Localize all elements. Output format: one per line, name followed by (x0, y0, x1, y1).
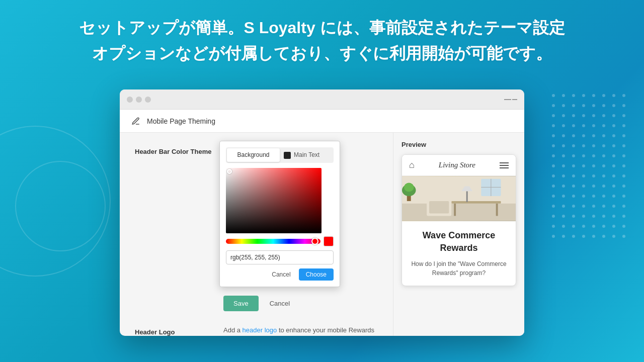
svg-rect-8 (451, 201, 501, 204)
svg-point-104 (562, 205, 565, 208)
svg-point-88 (562, 185, 565, 188)
save-button[interactable]: Save (223, 296, 259, 311)
svg-point-74 (582, 164, 585, 167)
svg-rect-13 (466, 191, 468, 202)
app-window: Mobile Page Theming Header Bar Color The… (120, 89, 524, 336)
svg-point-54 (622, 134, 625, 137)
svg-point-47 (552, 134, 555, 137)
svg-point-67 (592, 154, 595, 157)
tab-background[interactable]: Background (227, 148, 280, 162)
svg-point-39 (552, 124, 555, 127)
svg-point-63 (552, 154, 555, 157)
svg-point-23 (552, 104, 555, 107)
picker-choose-button[interactable]: Choose (299, 268, 334, 281)
svg-point-19 (592, 94, 595, 97)
header-bar-row: Header Bar Color Theme Background Main T… (135, 145, 378, 311)
menu-line-1 (500, 162, 509, 163)
rgb-input[interactable] (226, 250, 334, 264)
svg-point-20 (602, 94, 605, 97)
svg-point-36 (602, 114, 605, 117)
svg-point-87 (552, 185, 555, 188)
svg-point-34 (582, 114, 585, 117)
svg-point-75 (592, 164, 595, 167)
svg-point-18 (582, 94, 585, 97)
svg-point-132 (602, 235, 605, 238)
picker-actions: Cancel Choose (226, 268, 334, 281)
svg-point-58 (582, 144, 585, 147)
svg-point-52 (602, 134, 605, 137)
svg-point-62 (622, 144, 625, 147)
hue-slider[interactable] (226, 239, 320, 244)
svg-point-115 (592, 215, 595, 218)
svg-point-83 (592, 174, 595, 177)
svg-point-94 (622, 185, 625, 188)
header-logo-content: Add a header logo to enhance your mobile… (223, 325, 378, 336)
traffic-lights (127, 97, 151, 103)
tb-line2 (512, 99, 517, 100)
gradient-canvas[interactable] (226, 168, 321, 233)
svg-point-121 (572, 225, 575, 228)
svg-point-116 (602, 215, 605, 218)
svg-point-105 (572, 205, 575, 208)
tb-line1 (504, 99, 511, 100)
svg-point-79 (552, 174, 555, 177)
menu-line-2 (500, 165, 509, 166)
svg-point-120 (562, 225, 565, 228)
svg-point-35 (592, 114, 595, 117)
svg-point-123 (592, 225, 595, 228)
svg-point-60 (602, 144, 605, 147)
left-panel: Header Bar Color Theme Background Main T… (120, 133, 393, 336)
svg-point-65 (572, 154, 575, 157)
svg-point-133 (612, 235, 615, 238)
picker-cancel-button[interactable]: Cancel (268, 268, 294, 281)
color-theme-content: Background Main Text (223, 145, 378, 311)
svg-point-125 (612, 225, 615, 228)
nav-bar: Mobile Page Theming (120, 110, 524, 133)
gradient-dark (226, 168, 321, 233)
cancel-button[interactable]: Cancel (264, 296, 296, 311)
svg-point-64 (562, 154, 565, 157)
svg-point-100 (602, 195, 605, 198)
svg-rect-12 (429, 201, 449, 214)
svg-point-103 (552, 205, 555, 208)
svg-point-107 (592, 205, 595, 208)
svg-point-68 (602, 154, 605, 157)
mobile-title: Wave Commerce Rewards (409, 229, 509, 254)
svg-point-109 (612, 205, 615, 208)
svg-point-71 (552, 164, 555, 167)
tl-maximize (145, 97, 151, 103)
store-name: Living Store (439, 161, 475, 169)
svg-point-69 (612, 154, 615, 157)
svg-point-106 (582, 205, 585, 208)
svg-point-126 (622, 225, 625, 228)
color-preview-small (324, 236, 334, 246)
svg-point-70 (622, 154, 625, 157)
svg-point-124 (602, 225, 605, 228)
header-logo-link[interactable]: header logo (243, 326, 277, 334)
svg-point-51 (592, 134, 595, 137)
nav-title: Mobile Page Theming (147, 117, 215, 125)
mobile-content: Wave Commerce Rewards How do I join the … (402, 221, 516, 286)
svg-point-134 (622, 235, 625, 238)
svg-point-102 (622, 195, 625, 198)
svg-point-27 (592, 104, 595, 107)
svg-point-93 (612, 185, 615, 188)
header-logo-row: Header Logo Add a header logo to enhance… (135, 325, 378, 336)
header-logo-text: Add a header logo to enhance your mobile… (223, 325, 378, 336)
svg-point-86 (622, 174, 625, 177)
svg-point-108 (602, 205, 605, 208)
svg-point-73 (572, 164, 575, 167)
svg-point-96 (562, 195, 565, 198)
svg-point-33 (572, 114, 575, 117)
tab-main-text[interactable]: Main Text (280, 148, 333, 162)
svg-point-32 (562, 114, 565, 117)
header-logo-label: Header Logo (135, 325, 215, 336)
svg-point-76 (602, 164, 605, 167)
svg-point-95 (552, 195, 555, 198)
svg-point-25 (572, 104, 575, 107)
svg-point-82 (582, 174, 585, 177)
tab-main-text-label: Main Text (294, 150, 319, 160)
svg-point-37 (612, 114, 615, 117)
svg-point-31 (552, 114, 555, 117)
svg-point-97 (572, 195, 575, 198)
